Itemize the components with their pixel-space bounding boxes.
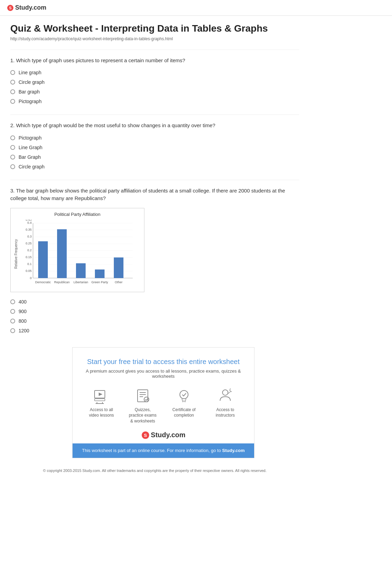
- question-1-option-2[interactable]: Circle graph: [10, 79, 299, 85]
- bar-republican: [57, 229, 67, 278]
- svg-text:Other: Other: [115, 280, 123, 284]
- radio-q3-d[interactable]: [10, 328, 15, 333]
- radio-q2-d[interactable]: [10, 164, 15, 169]
- question-2-text: 2. Which type of graph would be the most…: [10, 122, 299, 130]
- person-icon: [217, 387, 234, 404]
- bar-other: [114, 257, 123, 278]
- divider-3: [10, 180, 299, 180]
- svg-marker-30: [99, 393, 102, 396]
- video-icon: [93, 387, 110, 404]
- svg-text:0.2: 0.2: [27, 249, 32, 252]
- svg-text:0.1: 0.1: [27, 262, 32, 266]
- option-label-q3-c: 800: [19, 318, 26, 324]
- promo-features: Access to all video lessons Quizzes, pra…: [79, 387, 247, 424]
- option-label-q2-c: Bar Graph: [19, 154, 41, 160]
- svg-point-43: [222, 390, 228, 395]
- promo-box: Start your free trial to access this ent…: [72, 347, 254, 459]
- option-label-q3-a: 400: [19, 299, 26, 305]
- svg-text:0.25: 0.25: [25, 242, 32, 245]
- promo-feature-instructors: Access to instructors: [210, 387, 241, 424]
- svg-text:0.05: 0.05: [25, 269, 32, 273]
- site-logo[interactable]: S Study.com: [7, 4, 46, 11]
- promo-feature-instructors-label: Access to instructors: [210, 407, 241, 419]
- option-label-q2-d: Circle graph: [19, 164, 44, 169]
- page-title: Quiz & Worksheet - Interpreting Data in …: [10, 23, 299, 34]
- svg-line-41: [185, 399, 186, 402]
- question-1-option-3[interactable]: Bar graph: [10, 89, 299, 95]
- svg-line-46: [230, 388, 230, 390]
- radio-q2-b[interactable]: [10, 145, 15, 150]
- copyright-text: © copyright 2003-2015 Study.com. All oth…: [10, 465, 299, 480]
- promo-footer-text: This worksheet is part of an online cour…: [82, 448, 221, 453]
- option-label-q3-d: 1200: [19, 328, 29, 333]
- question-3: 3. The bar graph below shows the politic…: [10, 187, 299, 333]
- svg-text:0.45: 0.45: [25, 220, 32, 221]
- promo-footer: This worksheet is part of an online cour…: [73, 443, 254, 458]
- promo-logo: S Study.com: [79, 431, 247, 439]
- promo-title: Start your free trial to access this ent…: [79, 358, 247, 366]
- radio-q3-c[interactable]: [10, 319, 15, 323]
- option-label-q1-a: Line graph: [19, 70, 41, 75]
- svg-text:0.15: 0.15: [25, 255, 32, 259]
- promo-footer-link[interactable]: Study.com: [222, 448, 245, 453]
- option-label-q2-b: Line Graph: [19, 145, 42, 150]
- radio-q2-c[interactable]: [10, 155, 15, 159]
- svg-text:0: 0: [30, 276, 32, 280]
- promo-subtitle: A premium account gives you access to al…: [79, 368, 247, 379]
- option-label-q1-b: Circle graph: [19, 79, 44, 85]
- svg-text:Republican: Republican: [54, 280, 69, 284]
- promo-feature-video: Access to all video lessons: [86, 387, 117, 424]
- promo-logo-icon: S: [141, 431, 150, 439]
- question-2-option-2[interactable]: Line Graph: [10, 145, 299, 150]
- radio-q1-d[interactable]: [10, 99, 15, 104]
- radio-q2-a[interactable]: [10, 135, 15, 140]
- question-3-option-1[interactable]: 400: [10, 299, 299, 305]
- question-2: 2. Which type of graph would be the most…: [10, 122, 299, 169]
- radio-q3-b[interactable]: [10, 309, 15, 314]
- radio-q1-a[interactable]: [10, 70, 15, 75]
- list-icon: [134, 387, 151, 404]
- question-3-text: 3. The bar graph below shows the politic…: [10, 187, 299, 202]
- question-2-option-4[interactable]: Circle graph: [10, 164, 299, 169]
- promo-feature-video-label: Access to all video lessons: [86, 407, 117, 419]
- promo-logo-text: Study.com: [151, 431, 186, 439]
- svg-text:0.3: 0.3: [27, 235, 32, 238]
- svg-text:Green Party: Green Party: [91, 280, 108, 284]
- svg-line-40: [182, 399, 183, 402]
- logo-text: Study.com: [15, 4, 46, 11]
- logo-icon: S: [7, 4, 14, 11]
- divider-2: [10, 114, 299, 115]
- chart-area: Relative Frequency 0 0.05 0.1: [14, 220, 141, 288]
- y-axis-label: Relative Frequency: [14, 220, 18, 288]
- question-2-option-1[interactable]: Pictograph: [10, 135, 299, 141]
- option-label-q2-a: Pictograph: [19, 135, 42, 141]
- option-label-q1-c: Bar graph: [19, 89, 40, 95]
- svg-text:Libertarian: Libertarian: [74, 280, 88, 284]
- svg-marker-42: [183, 400, 185, 402]
- site-header: S Study.com: [0, 0, 392, 16]
- radio-q1-b[interactable]: [10, 80, 15, 85]
- svg-text:Democratic: Democratic: [35, 280, 51, 284]
- chart-svg: 0 0.05 0.1 0.15 0.2 0.25: [19, 220, 136, 288]
- promo-feature-quizzes: Quizzes, practice exams & worksheets: [127, 387, 158, 424]
- question-1-option-1[interactable]: Line graph: [10, 70, 299, 75]
- svg-text:S: S: [9, 6, 11, 10]
- question-3-option-4[interactable]: 1200: [10, 328, 299, 333]
- bar-chart: Political Party Affiliation Relative Fre…: [10, 208, 144, 292]
- bar-green-party: [95, 269, 105, 278]
- divider-1: [10, 49, 299, 50]
- chart-title: Political Party Affiliation: [14, 212, 141, 217]
- page-url: http://study.com/academy/practice/quiz-w…: [10, 36, 299, 41]
- question-2-option-3[interactable]: Bar Graph: [10, 154, 299, 160]
- radio-q3-a[interactable]: [10, 299, 15, 304]
- question-3-option-2[interactable]: 900: [10, 309, 299, 314]
- svg-text:0.4: 0.4: [27, 221, 32, 224]
- radio-q1-c[interactable]: [10, 89, 15, 94]
- bar-libertarian: [76, 263, 86, 278]
- certificate-icon: [175, 387, 193, 404]
- promo-feature-quizzes-label: Quizzes, practice exams & worksheets: [127, 407, 158, 424]
- question-1-option-4[interactable]: Pictograph: [10, 99, 299, 104]
- question-3-option-3[interactable]: 800: [10, 318, 299, 324]
- svg-text:S: S: [144, 433, 147, 438]
- option-label-q3-b: 900: [19, 309, 26, 314]
